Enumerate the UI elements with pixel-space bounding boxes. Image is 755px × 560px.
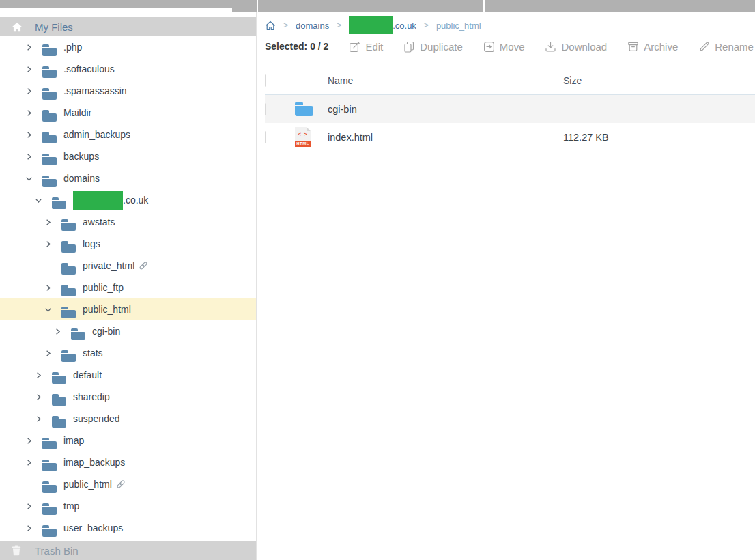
tree-item-label: backups	[63, 151, 99, 162]
folder-icon	[61, 263, 76, 275]
duplicate-button[interactable]: Duplicate	[403, 41, 463, 53]
folder-icon	[52, 197, 66, 209]
folder-icon	[42, 481, 57, 493]
breadcrumb-item-domains[interactable]: domains	[296, 20, 329, 31]
tree-item-suspended[interactable]: suspended	[0, 408, 256, 430]
chevron-down-icon[interactable]	[44, 306, 52, 313]
tree-item-imap_backups[interactable]: imap_backups	[0, 451, 256, 473]
breadcrumb-separator: >	[337, 20, 341, 30]
folder-icon	[61, 219, 76, 231]
download-icon	[545, 41, 556, 53]
breadcrumb-home[interactable]	[265, 20, 276, 31]
column-header-name[interactable]: Name	[328, 75, 563, 86]
tree-item-domains[interactable]: domains	[0, 167, 256, 189]
tree-item-user_backups[interactable]: user_backups	[0, 517, 256, 539]
tree-item-backups[interactable]: backups	[0, 145, 256, 167]
chevron-right-icon[interactable]	[34, 393, 42, 401]
sidebar-item-trash-bin[interactable]: Trash Bin	[0, 541, 256, 560]
chevron-right-icon[interactable]	[34, 415, 42, 423]
tree-item-label: imap	[63, 435, 84, 446]
archive-button[interactable]: Archive	[627, 41, 678, 53]
table-row-index.html[interactable]: < >HTMLindex.html112.27 KB	[265, 123, 755, 151]
folder-icon	[61, 285, 76, 296]
redaction-box	[349, 16, 393, 34]
chevron-right-icon[interactable]	[44, 240, 52, 248]
archive-icon	[627, 41, 639, 53]
tree-item-dot-spamassassin[interactable]: .spamassassin	[0, 80, 256, 102]
tree-item-public_ftp[interactable]: public_ftp	[0, 277, 256, 298]
tree-item-label: default	[73, 369, 102, 380]
chevron-right-icon[interactable]	[25, 87, 33, 95]
tree-item-cgi-bin[interactable]: cgi-bin	[0, 320, 256, 342]
chevron-right-icon[interactable]	[25, 131, 33, 139]
row-checkbox[interactable]	[265, 131, 266, 143]
tree-item-label: public_html	[63, 479, 112, 490]
tree-item-sharedip[interactable]: sharedip	[0, 386, 256, 408]
chevron-right-icon[interactable]	[25, 459, 33, 466]
tree-item-label: tmp	[63, 501, 79, 512]
edit-button[interactable]: Edit	[349, 41, 383, 53]
chevron-down-icon[interactable]	[34, 197, 42, 204]
tree-item-label: Maildir	[63, 107, 91, 118]
symlink-icon	[116, 479, 126, 489]
tree-item-private_html[interactable]: private_html	[0, 255, 256, 277]
chevron-down-icon[interactable]	[25, 175, 33, 182]
chevron-right-icon[interactable]	[25, 437, 33, 445]
topbar-redaction-segment	[0, 0, 232, 8]
folder-icon	[61, 241, 76, 253]
top-navigation-bar-redacted	[0, 0, 755, 12]
tree-item-tmp[interactable]: tmp	[0, 495, 256, 517]
tree-item-imap[interactable]: imap	[0, 430, 256, 451]
tree-item-public_html[interactable]: public_html	[0, 473, 256, 495]
tree-item-maildir[interactable]: Maildir	[0, 102, 256, 124]
chevron-right-icon[interactable]	[25, 503, 33, 510]
breadcrumb-label: domains	[296, 20, 329, 31]
chevron-right-icon[interactable]	[53, 328, 61, 335]
chevron-right-icon[interactable]	[25, 109, 33, 117]
sidebar-item-my-files[interactable]: My Files	[0, 17, 256, 36]
chevron-right-icon[interactable]	[25, 153, 33, 160]
select-all-checkbox[interactable]	[265, 74, 266, 87]
tree-item-awstats[interactable]: awstats	[0, 211, 256, 233]
toolbar-button-label: Edit	[365, 41, 383, 53]
tree-item-public_html[interactable]: public_html	[0, 298, 256, 320]
breadcrumb: >domains>.co.uk>public_html	[265, 15, 755, 36]
breadcrumb-separator: >	[424, 20, 429, 30]
tree-item-dot-softaculous[interactable]: .softaculous	[0, 58, 256, 80]
chevron-right-icon[interactable]	[25, 524, 33, 532]
tree-item-label: private_html	[83, 260, 134, 271]
column-header-size[interactable]: Size	[563, 75, 755, 86]
toolbar-button-label: Rename	[715, 41, 754, 53]
folder-icon	[61, 307, 76, 318]
toolbar-button-label: Archive	[644, 41, 678, 53]
tree-item-admin_backups[interactable]: admin_backups	[0, 124, 256, 145]
chevron-right-icon[interactable]	[34, 372, 42, 379]
folder-icon	[52, 394, 66, 406]
tree-item-logs[interactable]: logs	[0, 233, 256, 255]
topbar-redaction-segment	[232, 0, 257, 12]
tree-item-stats[interactable]: stats	[0, 342, 256, 364]
sidebar-file-tree: My Files .php.softaculous.spamassassinMa…	[0, 12, 257, 560]
move-button[interactable]: Move	[483, 41, 525, 53]
toolbar: Selected: 0 / 2 EditDuplicateMoveDownloa…	[265, 36, 755, 57]
folder-icon	[52, 372, 66, 384]
rename-button[interactable]: Rename	[698, 41, 754, 53]
tree-item-dot-co-uk[interactable]: .co.uk	[0, 189, 256, 211]
breadcrumb-item--co-uk[interactable]: .co.uk	[349, 16, 416, 34]
chevron-right-icon[interactable]	[44, 219, 52, 226]
chevron-right-icon[interactable]	[25, 66, 33, 73]
chevron-right-icon[interactable]	[25, 44, 33, 51]
folder-tree: .php.softaculous.spamassassinMaildiradmi…	[0, 36, 256, 539]
tree-item-default[interactable]: default	[0, 364, 256, 386]
folder-icon	[42, 88, 57, 100]
folder-icon	[71, 328, 85, 340]
download-button[interactable]: Download	[545, 41, 607, 53]
row-checkbox[interactable]	[265, 103, 266, 115]
chevron-right-icon[interactable]	[44, 284, 52, 292]
tree-item-dot-php[interactable]: .php	[0, 36, 256, 58]
duplicate-icon	[403, 41, 415, 53]
tree-item-label: logs	[83, 238, 100, 249]
chevron-right-icon[interactable]	[44, 350, 52, 357]
breadcrumb-item-public_html[interactable]: public_html	[436, 20, 481, 31]
table-row-cgi-bin[interactable]: cgi-bin	[265, 95, 755, 123]
